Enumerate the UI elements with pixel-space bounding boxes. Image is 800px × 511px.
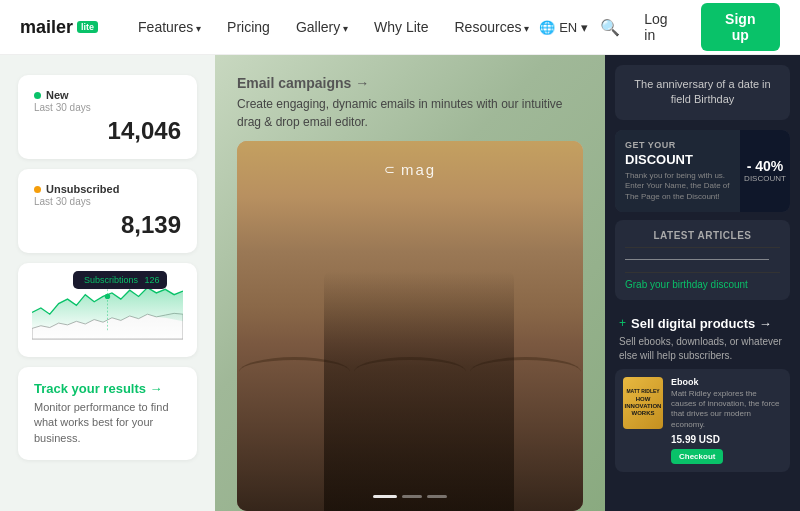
new-label: New	[34, 89, 181, 101]
sell-section: + Sell digital products → Sell ebooks, d…	[605, 308, 800, 369]
nav-why-lite[interactable]: Why Lite	[364, 13, 438, 41]
carousel-dot-3[interactable]	[427, 495, 447, 498]
unsub-sublabel: Last 30 days	[34, 196, 181, 207]
language-selector[interactable]: 🌐 EN ▾	[539, 20, 588, 35]
email-campaigns-header: Email campaigns → Create engaging, dynam…	[215, 55, 605, 141]
email-preview-inner: ⊂ mag	[237, 141, 583, 511]
nav-actions: 🌐 EN ▾ 🔍 Log in Sign up	[539, 3, 780, 51]
nav-links: Features Pricing Gallery Why Lite Resour…	[128, 13, 539, 41]
discount-card: GET YOUR DISCOUNT Thank you for being wi…	[615, 130, 790, 212]
carousel-dot-2[interactable]	[402, 495, 422, 498]
discount-body: Thank you for being with us. Enter Your …	[625, 171, 730, 202]
email-campaigns-title[interactable]: Email campaigns →	[237, 75, 583, 91]
sell-desc: Sell ebooks, downloads, or whatever else…	[619, 335, 786, 363]
nav-resources[interactable]: Resources	[445, 13, 540, 41]
nav-gallery[interactable]: Gallery	[286, 13, 358, 41]
login-button[interactable]: Log in	[632, 5, 688, 49]
track-desc: Monitor performance to find what works b…	[34, 400, 181, 446]
sell-plus-icon: +	[619, 316, 626, 330]
checkout-button[interactable]: Checkout	[671, 449, 723, 464]
articles-divider-2	[625, 272, 780, 273]
ebook-price: 15.99 USD	[671, 434, 782, 445]
sell-title[interactable]: Sell digital products →	[631, 316, 772, 331]
discount-right: - 40% DISCOUNT	[740, 130, 790, 212]
track-title[interactable]: Track your results →	[34, 381, 181, 396]
carousel-dot-1[interactable]	[373, 495, 397, 498]
anniversary-card: The anniversary of a date in field Birth…	[615, 65, 790, 120]
ebook-desc: Matt Ridley explores the causes of innov…	[671, 389, 782, 431]
logo-badge: lite	[77, 21, 98, 33]
main-content: New Last 30 days 14,046 Unsubscribed Las…	[0, 55, 800, 511]
left-panel: New Last 30 days 14,046 Unsubscribed Las…	[0, 55, 215, 511]
right-panel: The anniversary of a date in field Birth…	[605, 55, 800, 511]
ebook-card: MATT RIDLEY HOW INNOVATION WORKS Ebook M…	[615, 369, 790, 473]
chevron-down-icon: ▾	[581, 20, 588, 35]
search-icon[interactable]: 🔍	[600, 18, 620, 37]
unsubscribed-card: Unsubscribed Last 30 days 8,139	[18, 169, 197, 253]
unsub-label: Unsubscribed	[34, 183, 181, 195]
lang-label: EN	[559, 20, 577, 35]
email-campaigns-desc: Create engaging, dynamic emails in minut…	[237, 95, 583, 131]
new-dot	[34, 92, 41, 99]
nav-features[interactable]: Features	[128, 13, 211, 41]
birthday-link[interactable]: Grab your birthday discount	[625, 279, 780, 290]
unsub-dot	[34, 186, 41, 193]
ebook-cover: MATT RIDLEY HOW INNOVATION WORKS	[623, 377, 663, 429]
articles-title: LATEST ARTICLES	[625, 230, 780, 241]
discount-subtitle: DISCOUNT	[625, 152, 730, 167]
track-results-card: Track your results → Monitor performance…	[18, 367, 197, 460]
email-preview: ⊂ mag	[237, 141, 583, 511]
new-sublabel: Last 30 days	[34, 102, 181, 113]
articles-item-1: ————————————————	[625, 254, 780, 266]
chart-tooltip-value: 126	[145, 275, 160, 285]
signup-button[interactable]: Sign up	[701, 3, 780, 51]
articles-divider	[625, 247, 780, 248]
new-subscribers-card: New Last 30 days 14,046	[18, 75, 197, 159]
logo[interactable]: mailer lite	[20, 17, 98, 38]
discount-off: DISCOUNT	[744, 174, 786, 183]
mag-logo-text: mag	[401, 161, 436, 178]
new-value: 14,046	[34, 117, 181, 145]
ebook-info: Ebook Matt Ridley explores the causes of…	[671, 377, 782, 465]
chart-area: Subscribtions 126	[18, 263, 197, 357]
sell-header: + Sell digital products →	[619, 316, 786, 331]
ebook-type: Ebook	[671, 377, 782, 387]
ebook-author: MATT RIDLEY	[626, 388, 659, 394]
discount-left: GET YOUR DISCOUNT Thank you for being wi…	[615, 130, 740, 212]
center-panel: Email campaigns → Create engaging, dynam…	[215, 55, 605, 511]
ebook-booktitle: HOW INNOVATION WORKS	[625, 396, 662, 418]
bridge-photo: ⊂ mag	[237, 141, 583, 511]
nav-pricing[interactable]: Pricing	[217, 13, 280, 41]
globe-icon: 🌐	[539, 20, 555, 35]
articles-card: LATEST ARTICLES ———————————————— Grab yo…	[615, 220, 790, 300]
discount-percent: - 40%	[747, 158, 784, 174]
logo-text: mailer	[20, 17, 73, 38]
anniversary-text: The anniversary of a date in field Birth…	[629, 77, 776, 108]
discount-title: GET YOUR	[625, 140, 730, 150]
chart-tooltip: Subscribtions 126	[73, 271, 167, 289]
unsub-value: 8,139	[34, 211, 181, 239]
carousel-dots	[237, 487, 583, 506]
navbar: mailer lite Features Pricing Gallery Why…	[0, 0, 800, 55]
